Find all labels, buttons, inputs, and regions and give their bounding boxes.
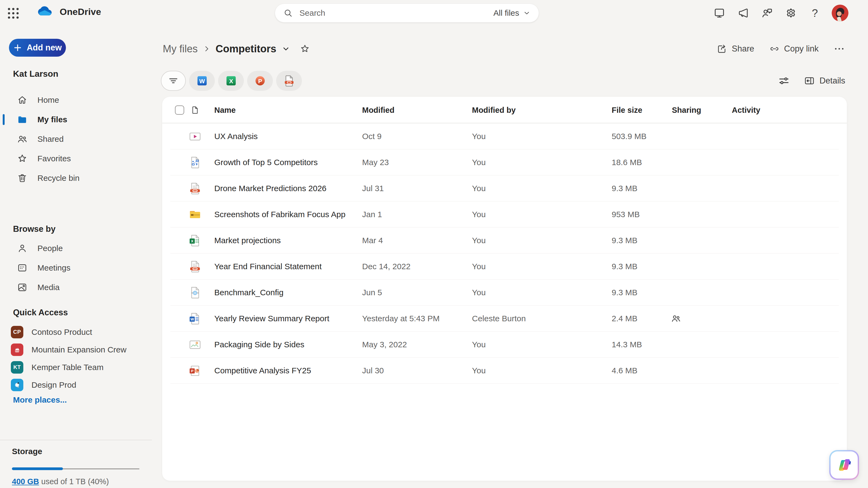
word-filter-button[interactable]: W [189,71,215,91]
column-header-file-size[interactable]: File size [612,97,642,123]
table-row[interactable]: Benchmark_Config Jun 5 You 9.3 MB [162,280,847,305]
help-icon[interactable]: ? [808,6,822,20]
table-row[interactable]: Year End Financial Statement Dec 14, 202… [162,254,847,280]
breadcrumb-my-files[interactable]: My files [163,43,198,55]
sidebar-item-people[interactable]: People [0,238,152,258]
excel-filter-button[interactable]: X [218,71,244,91]
table-row[interactable]: Growth of Top 5 Competitors May 23 You 1… [162,150,847,175]
sidebar-item-meetings[interactable]: Meetings [0,258,152,278]
file-name[interactable]: Competitive Analysis FY25 [214,358,311,384]
link-icon [769,43,780,54]
filter-toolbar: WXP [161,71,302,91]
details-label: Details [819,76,845,86]
table-row[interactable]: Drone Market Predictions 2026 Jul 31 You… [162,175,847,201]
app-title: OneDrive [60,6,101,17]
calendar-icon [17,262,28,273]
breadcrumb-current-folder[interactable]: Competitors [216,43,276,55]
app-launcher-waffle-icon[interactable] [6,6,21,21]
column-header-modified[interactable]: Modified [362,97,394,123]
quick-access-nav: CP Contoso Product Mountain Expansion Cr… [0,323,152,394]
storage-fill [12,467,63,470]
table-row[interactable]: UX Analysis Oct 9 You 503.9 MB [162,123,847,150]
chevron-right-icon [202,44,211,54]
file-modified-date: May 3, 2022 [362,332,407,358]
share-label: Share [732,44,754,54]
quick-access-item-kemper-table-team[interactable]: KT Kemper Table Team [0,358,152,376]
file-name[interactable]: Packaging Side by Sides [214,332,304,358]
sidebar-item-shared[interactable]: Shared [0,129,152,149]
sidebar-item-favorites[interactable]: Favorites [0,149,152,168]
file-name[interactable]: Year End Financial Statement [214,254,322,280]
more-places-link[interactable]: More places... [13,395,67,404]
table-row[interactable]: Packaging Side by Sides May 3, 2022 You … [162,332,847,358]
column-header-name[interactable]: Name [214,97,236,123]
file-name[interactable]: Growth of Top 5 Competitors [214,150,318,175]
plus-icon [13,43,22,52]
storage-used-link[interactable]: 400 GB [12,477,39,486]
file-name[interactable]: UX Analysis [214,123,258,150]
file-modified-date: Jul 31 [362,175,384,201]
feedback-icon[interactable] [760,6,774,20]
filter-toggle-button[interactable] [161,71,186,91]
sidebar-item-my-files[interactable]: My files [0,110,152,129]
site-tile [11,379,23,391]
quick-access-item-design-prod[interactable]: Design Prod [0,376,152,394]
folder-menu-chevron-icon[interactable] [281,44,290,54]
file-name[interactable]: Benchmark_Config [214,280,283,305]
copy-link-label: Copy link [784,44,819,54]
storage-usage-rest: used of 1 TB (40%) [39,477,109,486]
quick-access-item-contoso-product[interactable]: CP Contoso Product [0,323,152,341]
user-avatar[interactable] [832,5,848,22]
column-header-sharing[interactable]: Sharing [672,97,701,123]
table-header: Name Modified Modified by File size Shar… [162,97,847,123]
file-modified-by: You [472,254,486,280]
file-size: 9.3 MB [612,175,638,201]
search-scope-value: All files [493,8,519,18]
file-modified-date: Jan 1 [362,201,382,227]
image-file-icon [189,332,201,358]
sidebar-item-recycle-bin[interactable]: Recycle bin [0,168,152,188]
settings-icon[interactable] [784,6,798,20]
pdf-filter-button[interactable] [276,71,302,91]
search-input[interactable]: Search All files [275,3,539,23]
sidebar-item-label: Media [37,283,60,292]
file-size: 503.9 MB [612,123,646,150]
whats-new-icon[interactable] [736,6,750,20]
file-type-column-icon [190,97,199,123]
file-name[interactable]: Drone Market Predictions 2026 [214,175,327,201]
add-new-button[interactable]: Add new [9,39,66,57]
sidebar-item-media[interactable]: Media [0,278,152,297]
sidebar-item-home[interactable]: Home [0,90,152,110]
table-row[interactable]: X Market projections Mar 4 You 9.3 MB [162,227,847,254]
svg-text:W: W [199,78,205,85]
sidebar-item-label: Meetings [37,263,70,272]
favorite-star-icon[interactable] [300,44,310,54]
device-monitor-icon[interactable] [712,6,726,20]
search-scope-dropdown[interactable]: All files [493,8,531,18]
sort-options-icon[interactable] [778,74,790,87]
share-button[interactable]: Share [717,43,754,54]
column-header-modified-by[interactable]: Modified by [472,97,516,123]
topbar-actions: ? [712,0,848,26]
table-row[interactable]: P Competitive Analysis FY25 Jul 30 You 4… [162,358,847,384]
copy-link-button[interactable]: Copy link [769,43,819,54]
quick-access-item-mountain-expansion-crew[interactable]: Mountain Expansion Crew [0,341,152,358]
browse-by-heading: Browse by [13,224,56,234]
copilot-button[interactable] [829,450,859,480]
table-row[interactable]: Screenshots of Fabrikam Focus App Jan 1 … [162,201,847,227]
details-pane-button[interactable]: Details [804,75,845,87]
table-row[interactable]: W Yearly Review Summary Report Yesterday… [162,305,847,332]
site-tile [11,344,23,356]
column-header-activity[interactable]: Activity [732,97,760,123]
file-size: 14.3 MB [612,332,642,358]
select-all-checkbox[interactable] [175,105,184,115]
pdf-file-icon [189,254,201,280]
powerpoint-filter-button[interactable]: P [247,71,273,91]
more-options-button[interactable] [833,43,845,55]
file-name[interactable]: Screenshots of Fabrikam Focus App [214,201,346,227]
file-name[interactable]: Market projections [214,227,281,254]
onedrive-brand[interactable]: OneDrive [37,5,101,18]
star-icon [17,153,28,164]
file-name[interactable]: Yearly Review Summary Report [214,305,329,332]
excel-logo-icon: X [225,75,237,87]
